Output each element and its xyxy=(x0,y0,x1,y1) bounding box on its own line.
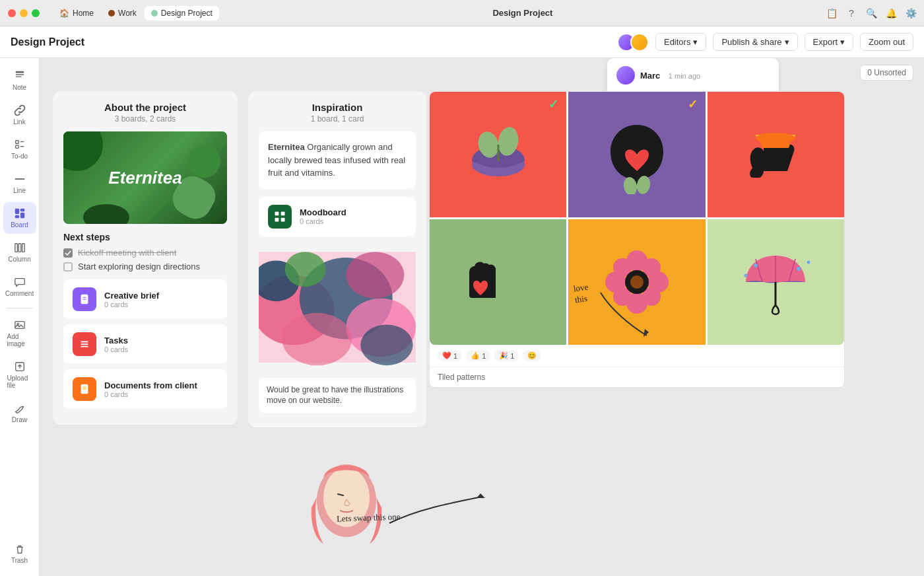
sidebar-item-trash[interactable]: Trash xyxy=(3,538,36,569)
close-button[interactable] xyxy=(8,9,16,17)
svg-rect-0 xyxy=(15,71,24,73)
tile-umbrella xyxy=(708,219,844,345)
face-illustration-area xyxy=(304,448,389,556)
documents-icon xyxy=(73,377,96,401)
svg-rect-1 xyxy=(15,74,24,75)
toolbar: Design Project Editors ▾ Publish & share… xyxy=(0,26,924,58)
svg-point-38 xyxy=(285,252,326,287)
svg-marker-72 xyxy=(477,493,485,498)
moodboard-sub: 0 cards xyxy=(300,217,346,225)
checkbox-kickoff[interactable]: Kickoff meeting with client xyxy=(63,248,227,258)
tasks-title: Tasks xyxy=(104,336,128,345)
inspiration-column: Inspiration 1 board, 1 card Eternitea Or… xyxy=(248,91,426,427)
reaction-party[interactable]: 🎉 1 xyxy=(494,350,519,361)
face-illustration xyxy=(304,448,389,554)
help-icon[interactable]: ? xyxy=(846,8,857,18)
svg-point-66 xyxy=(797,267,801,271)
creative-brief-card[interactable]: Creative brief 0 cards xyxy=(63,279,227,319)
svg-point-36 xyxy=(346,252,404,299)
documents-sub: 0 cards xyxy=(104,390,197,398)
settings-icon[interactable]: ⚙️ xyxy=(906,8,916,18)
sidebar-line-label: Line xyxy=(13,187,26,194)
svg-rect-29 xyxy=(275,217,279,221)
toolbar-left: Design Project xyxy=(11,36,84,48)
checkbox-checked-icon xyxy=(63,248,73,258)
tab-work[interactable]: Work xyxy=(102,6,143,20)
sidebar-trash-label: Trash xyxy=(11,557,28,564)
party-count: 1 xyxy=(510,352,514,360)
svg-rect-13 xyxy=(18,244,21,252)
about-column-hero: Eternitea xyxy=(63,131,227,224)
tab-work-label: Work xyxy=(118,9,137,18)
publish-share-button[interactable]: Publish & share ▾ xyxy=(713,33,797,51)
minimize-button[interactable] xyxy=(20,9,28,17)
chevron-down-icon: ▾ xyxy=(840,37,845,47)
svg-rect-8 xyxy=(15,209,18,214)
window-title: Design Project xyxy=(224,8,821,18)
tab-home[interactable]: 🏠 Home xyxy=(53,6,100,20)
export-button[interactable]: Export ▾ xyxy=(805,33,854,51)
eternitea-brand-text: Eternitea xyxy=(108,168,182,188)
sidebar-item-add-image[interactable]: Add image xyxy=(3,314,36,353)
bell-icon[interactable]: 🔔 xyxy=(886,8,896,18)
svg-rect-10 xyxy=(15,215,18,219)
inspiration-text-card: Eternitea Organically grown and locally … xyxy=(259,131,416,189)
sidebar-item-todo[interactable]: To-do xyxy=(3,133,36,165)
maximize-button[interactable] xyxy=(32,9,40,17)
moodboard-title: Moodboard xyxy=(300,207,346,217)
sidebar-item-draw[interactable]: Draw xyxy=(3,397,36,429)
reaction-smile[interactable]: 😊 xyxy=(523,350,541,361)
sidebar-todo-label: To-do xyxy=(11,153,28,160)
tab-design-project[interactable]: Design Project xyxy=(145,6,219,20)
sidebar-link-label: Link xyxy=(13,118,25,126)
tab-design-label: Design Project xyxy=(161,9,213,18)
unsorted-badge[interactable]: 0 Unsorted xyxy=(860,65,913,81)
avatar-2 xyxy=(630,33,649,52)
about-column: About the project 3 boards, 2 cards Eter… xyxy=(53,91,238,425)
tiled-patterns-section: ✓ ✓ xyxy=(429,91,845,388)
comment-avatar xyxy=(616,66,635,85)
next-steps-title: Next steps xyxy=(63,232,227,242)
canvas-area: 0 Unsorted About the project 3 boards, 2… xyxy=(40,58,924,576)
search-icon[interactable]: 🔍 xyxy=(866,8,876,18)
sidebar-item-board[interactable]: Board xyxy=(3,202,36,234)
titlebar: 🏠 Home Work Design Project Design Projec… xyxy=(0,0,924,26)
thumbs-count: 1 xyxy=(482,352,486,360)
svg-point-67 xyxy=(744,274,748,277)
reaction-thumbs[interactable]: 👍 1 xyxy=(466,350,490,361)
tab-bar: 🏠 Home Work Design Project xyxy=(53,6,219,20)
sidebar: Note Link To-do Line Board Column Commen… xyxy=(0,58,40,576)
reaction-heart[interactable]: ❤️ 1 xyxy=(438,350,462,361)
comment-time: 1 min ago xyxy=(669,72,700,80)
comment-header: Marc 1 min ago xyxy=(616,66,770,85)
svg-point-65 xyxy=(754,264,758,268)
reactions-bar: ❤️ 1 👍 1 🎉 1 😊 xyxy=(430,345,844,367)
svg-rect-11 xyxy=(20,213,24,218)
party-emoji: 🎉 xyxy=(499,351,508,360)
sidebar-item-link[interactable]: Link xyxy=(3,99,36,131)
design-label: Start exploring design directions xyxy=(78,262,200,271)
zoom-out-button[interactable]: Zoom out xyxy=(860,33,913,51)
moodboard-card[interactable]: Moodboard 0 cards xyxy=(259,197,416,236)
sidebar-item-upload[interactable]: Upload file xyxy=(3,355,36,394)
tasks-icon xyxy=(73,332,96,356)
editors-avatars xyxy=(617,33,649,52)
documents-card[interactable]: Documents from client 0 cards xyxy=(63,369,227,409)
sidebar-item-column[interactable]: Column xyxy=(3,236,36,268)
chevron-down-icon: ▾ xyxy=(785,37,789,47)
sidebar-item-comment[interactable]: Comment xyxy=(3,271,36,303)
svg-rect-9 xyxy=(20,209,24,212)
svg-point-60 xyxy=(630,275,644,289)
svg-point-37 xyxy=(282,312,352,365)
sidebar-note-label: Note xyxy=(13,84,26,91)
tiled-wrapper: ✓ ✓ xyxy=(429,91,845,388)
checkbox-design[interactable]: Start exploring design directions xyxy=(63,262,227,271)
clipboard-icon[interactable]: 📋 xyxy=(826,8,837,18)
editors-button[interactable]: Editors ▾ xyxy=(655,33,706,51)
tile-flower xyxy=(568,219,705,345)
sidebar-item-line[interactable]: Line xyxy=(3,168,36,199)
tasks-card[interactable]: Tasks 0 cards xyxy=(63,324,227,364)
svg-point-48 xyxy=(756,133,795,143)
svg-point-39 xyxy=(360,324,412,365)
sidebar-item-note[interactable]: Note xyxy=(3,65,36,96)
